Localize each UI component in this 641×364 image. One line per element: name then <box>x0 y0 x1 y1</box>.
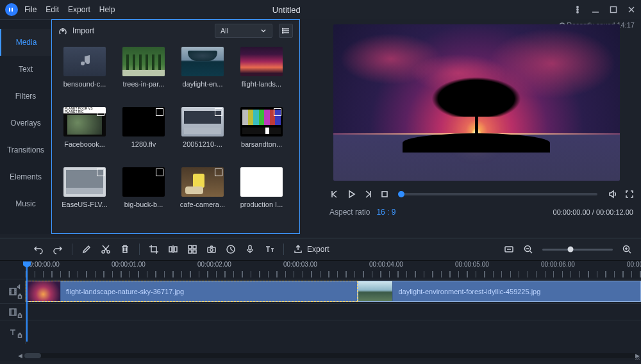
titlebar: File Edit Export Help Untitled <box>0 0 641 19</box>
aspect-ratio-value[interactable]: 16 : 9 <box>376 208 395 217</box>
zoom-in-button[interactable] <box>622 244 632 254</box>
media-item[interactable]: flight-lands... <box>234 47 289 93</box>
export-button[interactable]: Export <box>293 244 329 254</box>
media-filter-select[interactable]: All <box>215 24 272 38</box>
stop-button[interactable] <box>379 189 390 199</box>
svg-rect-22 <box>174 247 177 252</box>
media-item[interactable]: big-buck-b... <box>116 167 171 213</box>
timeline-clip[interactable]: flight-landscape-nature-sky-36717.jpg <box>26 281 358 302</box>
mosaic-button[interactable] <box>187 244 197 254</box>
preview-viewport[interactable] <box>333 24 620 181</box>
timeline: 00:00:00.00 00:00:01.00 00:00:02.00 00:0… <box>0 261 641 361</box>
list-view-toggle[interactable] <box>279 24 293 38</box>
media-item[interactable]: EaseUS-FLV... <box>57 167 112 213</box>
tab-media[interactable]: Media <box>0 29 51 56</box>
media-item[interactable]: 1280.flv <box>116 107 171 153</box>
ruler-tick: 00:00:01.00 <box>112 261 146 268</box>
delete-button[interactable] <box>120 244 130 254</box>
zoom-slider[interactable] <box>542 249 613 251</box>
overlay-track-head[interactable] <box>0 304 26 320</box>
ruler-tick: 00:00:03.00 <box>283 261 317 268</box>
snapshot-button[interactable] <box>206 244 217 254</box>
clip-label: flight-landscape-nature-sky-36717.jpg <box>61 288 184 295</box>
svg-rect-47 <box>18 295 21 298</box>
media-item[interactable]: bensound-c... <box>57 47 112 93</box>
minimize-icon[interactable] <box>591 5 600 14</box>
video-track[interactable]: flight-landscape-nature-sky-36717.jpg da… <box>26 279 641 303</box>
timeline-playhead[interactable] <box>26 261 28 342</box>
timeline-clip[interactable]: daylight-environment-forest-idyllic-4592… <box>358 281 641 302</box>
tab-filters[interactable]: Filters <box>0 83 51 110</box>
menu-file[interactable]: File <box>24 5 37 14</box>
next-frame-button[interactable] <box>363 189 373 199</box>
timeline-scrollbar[interactable] <box>24 353 637 358</box>
resize-grip-icon[interactable] <box>634 354 640 360</box>
text-track[interactable] <box>26 320 641 344</box>
lock-icon[interactable] <box>17 311 22 320</box>
svg-point-20 <box>107 251 110 253</box>
zoom-slider-handle[interactable] <box>568 247 574 252</box>
undo-button[interactable] <box>33 244 44 254</box>
play-button[interactable] <box>346 189 356 199</box>
svg-point-3 <box>577 9 578 10</box>
video-track-head[interactable] <box>0 279 26 303</box>
film-icon <box>8 287 17 296</box>
zoom-out-button[interactable] <box>523 244 533 254</box>
svg-rect-52 <box>18 335 21 337</box>
maximize-icon[interactable] <box>609 5 618 14</box>
text-track-head[interactable] <box>0 320 26 344</box>
split-button[interactable] <box>168 244 178 254</box>
svg-rect-25 <box>193 245 196 249</box>
media-item[interactable]: trees-in-par... <box>116 47 171 93</box>
media-panel: Import All bensound-c... trees-in-par...… <box>51 19 300 234</box>
voiceover-button[interactable] <box>245 244 255 254</box>
scrollbar-thumb[interactable] <box>24 353 41 358</box>
svg-line-34 <box>530 251 532 253</box>
tab-music[interactable]: Music <box>0 190 51 217</box>
menu-help[interactable]: Help <box>99 5 115 14</box>
tab-overlays[interactable]: Overlays <box>0 110 51 136</box>
redo-button[interactable] <box>53 244 63 254</box>
media-item[interactable]: Faceboook... <box>57 107 112 153</box>
prev-frame-button[interactable] <box>329 189 340 199</box>
chevron-down-icon <box>260 28 267 34</box>
import-button[interactable]: Import <box>58 26 94 35</box>
zoom-fit-button[interactable] <box>504 244 514 254</box>
lock-icon[interactable] <box>17 331 22 340</box>
tab-transitions[interactable]: Transitions <box>0 136 51 163</box>
tab-text[interactable]: Text <box>0 56 51 83</box>
preview-timecode: 00:00:00.00 / 00:00:12.00 <box>553 208 633 216</box>
menu-edit[interactable]: Edit <box>46 5 59 14</box>
speed-button[interactable] <box>226 244 236 254</box>
text-style-button[interactable] <box>264 244 274 254</box>
volume-button[interactable] <box>608 189 618 199</box>
svg-point-29 <box>210 249 213 251</box>
svg-rect-6 <box>611 7 617 13</box>
svg-rect-51 <box>18 315 21 317</box>
tab-elements[interactable]: Elements <box>0 163 51 190</box>
edit-pencil-button[interactable] <box>81 244 92 254</box>
mute-icon[interactable] <box>17 284 22 290</box>
scroll-left-icon[interactable]: ◀ <box>18 352 22 359</box>
lock-icon[interactable] <box>17 292 22 301</box>
timeline-ruler[interactable]: 00:00:00.00 00:00:01.00 00:00:02.00 00:0… <box>26 261 641 279</box>
svg-point-15 <box>283 32 284 33</box>
svg-point-13 <box>283 28 284 29</box>
media-item[interactable]: 20051210-... <box>175 107 230 153</box>
cut-button[interactable] <box>101 244 111 254</box>
media-item[interactable]: production I... <box>234 167 289 213</box>
menu-export[interactable]: Export <box>68 5 90 14</box>
close-icon[interactable] <box>627 5 636 14</box>
media-item[interactable]: daylight-en... <box>175 47 230 93</box>
media-item[interactable]: barsandton... <box>234 107 289 153</box>
media-item[interactable]: cafe-camera... <box>175 167 230 213</box>
more-icon[interactable] <box>573 5 582 14</box>
crop-button[interactable] <box>149 244 159 254</box>
svg-rect-1 <box>12 8 13 12</box>
media-grid: bensound-c... trees-in-par... daylight-e… <box>52 42 299 233</box>
clip-thumbnail <box>26 281 61 301</box>
overlay-track[interactable] <box>26 304 641 320</box>
fullscreen-button[interactable] <box>624 189 635 199</box>
playhead-handle[interactable] <box>398 191 404 197</box>
preview-progress[interactable] <box>400 193 597 195</box>
